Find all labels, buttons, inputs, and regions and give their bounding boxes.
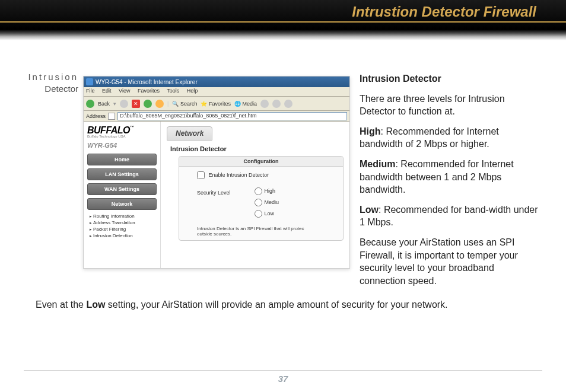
subnav-packet[interactable]: Packet Filtering: [87, 226, 157, 232]
subnav-address[interactable]: Address Translation: [87, 219, 157, 226]
desc-heading: Intrusion Detector: [360, 74, 441, 84]
back-label[interactable]: Back: [98, 101, 110, 107]
description-text: Intrusion Detector There are three level…: [360, 72, 542, 294]
router-main: Network Intrusion Detector Configuration…: [161, 122, 349, 268]
desc-low-label: Low: [360, 205, 379, 215]
address-input[interactable]: D:\buffalo_8065M_eng0821\buffalo_8065_08…: [117, 112, 347, 120]
favorites-button[interactable]: ⭐ Favorites: [201, 101, 231, 107]
page-title: Intrustion Detector Firewall: [352, 4, 536, 20]
menu-help[interactable]: Help: [187, 88, 198, 94]
page-number: 37: [0, 374, 566, 384]
desc-low-text: : Recommended for band-width under 1 Mbp…: [360, 205, 538, 228]
section-label-row2: Detector: [44, 84, 78, 94]
ie-icon: [86, 78, 93, 85]
enable-intrusion-checkbox[interactable]: [197, 171, 205, 179]
browser-screenshot: WYR-G54 - Microsoft Internet Explorer Fi…: [83, 76, 350, 269]
nav-lan[interactable]: LAN Settings: [87, 168, 157, 180]
back-icon[interactable]: [86, 100, 94, 108]
subnav-intrusion[interactable]: Intrusion Detection: [87, 232, 157, 239]
menu-edit[interactable]: Edit: [102, 88, 112, 94]
window-title: WYR-G54 - Microsoft Internet Explorer: [96, 79, 198, 85]
desc-p5: Because your AirStation uses an SPI Fire…: [360, 236, 542, 287]
section-label: Intrusion Detector: [24, 71, 78, 94]
section-label-row1: Intrusion: [24, 71, 78, 83]
menu-tools[interactable]: Tools: [167, 88, 179, 94]
router-sidebar: BUFFALO™ Buffalo Technology USA WYR-G54 …: [84, 122, 161, 268]
browser-body: BUFFALO™ Buffalo Technology USA WYR-G54 …: [84, 122, 349, 268]
nav-home[interactable]: Home: [87, 154, 157, 165]
media-button[interactable]: 🌐 Media: [234, 101, 257, 107]
toolbar: Back ▾ ✕ | 🔍 Search ⭐ Favorites 🌐 Media: [84, 97, 349, 111]
radio-medium[interactable]: [255, 199, 262, 206]
desc-medium-label: Medium: [360, 159, 395, 169]
home-icon[interactable]: [155, 100, 164, 108]
config-panel: Configuration Enable Intrusion Detector …: [179, 156, 344, 241]
nav-network[interactable]: Network: [87, 198, 157, 210]
search-button[interactable]: 🔍 Search: [172, 101, 197, 107]
desc-high-text: : Recommended for Internet bandwidth of …: [360, 126, 499, 149]
print-icon[interactable]: [284, 100, 292, 108]
menu-file[interactable]: File: [86, 88, 95, 94]
window-titlebar: WYR-G54 - Microsoft Internet Explorer: [84, 77, 349, 87]
menu-bar: File Edit View Favorites Tools Help: [84, 87, 349, 97]
tab-network[interactable]: Network: [167, 126, 212, 141]
config-header: Configuration: [179, 157, 343, 167]
menu-favorites[interactable]: Favorites: [138, 88, 160, 94]
refresh-icon[interactable]: [144, 100, 152, 108]
config-desc: Intrusion Detector is an SPI Firewall th…: [197, 226, 337, 231]
mail-icon[interactable]: [272, 100, 281, 108]
desc-high-label: High: [360, 126, 381, 136]
header-gradient: [0, 30, 566, 40]
header-underline: [0, 21, 566, 23]
forward-icon[interactable]: [120, 100, 128, 108]
nav-wan[interactable]: WAN Settings: [87, 183, 157, 195]
model-label: WYR-G54: [87, 142, 157, 149]
radio-high[interactable]: [255, 187, 262, 195]
radio-low[interactable]: [255, 210, 262, 218]
panel-title: Intrusion Detector: [170, 145, 344, 152]
file-icon: [108, 113, 115, 120]
menu-view[interactable]: View: [119, 88, 130, 94]
desc-p1: There are three levels for Intrusion Det…: [360, 93, 542, 118]
security-level-label: Security Level: [197, 190, 231, 221]
bottom-note: Even at the Low setting, your AirStation…: [36, 299, 542, 310]
address-bar: Address D:\buffalo_8065M_eng0821\buffalo…: [84, 111, 349, 122]
brand-subtitle: Buffalo Technology USA: [87, 135, 157, 138]
header: Intrustion Detector Firewall: [0, 0, 566, 30]
address-label: Address: [86, 113, 106, 119]
footer-rule: [24, 370, 542, 371]
history-icon[interactable]: [260, 100, 269, 108]
enable-label: Enable Intrusion Detector: [209, 172, 269, 178]
config-desc2: outside sources.: [197, 231, 337, 237]
stop-icon[interactable]: ✕: [132, 100, 140, 108]
subnav-routing[interactable]: Routing Information: [87, 213, 157, 219]
